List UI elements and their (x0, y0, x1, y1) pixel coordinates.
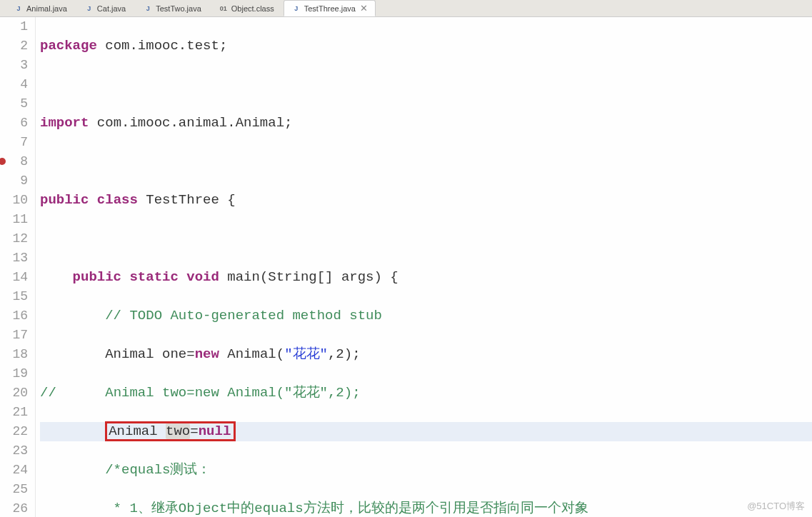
line-number: 5 (0, 94, 28, 114)
line-number: 20 (0, 383, 28, 403)
line-number: 23 (0, 441, 28, 461)
code-pane[interactable]: package com.imooc.test; import com.imooc… (36, 17, 812, 517)
java-file-icon: J (84, 4, 94, 14)
code-line: public class TestThree { (40, 191, 812, 210)
code-line: * 1、继承Object中的equals方法时，比较的是两个引用是否指向同一个对… (40, 499, 812, 517)
line-number: 15 (0, 287, 28, 306)
code-line (40, 75, 812, 94)
line-number: 12 (0, 229, 28, 249)
line-number: 14 (0, 268, 28, 287)
java-file-icon: J (291, 4, 301, 14)
line-number: 22 (0, 422, 28, 441)
line-number: 10 (0, 191, 28, 210)
tab-bar: JAnimal.java JCat.java JTestTwo.java 01O… (0, 0, 812, 17)
line-number: 24 (0, 461, 28, 480)
line-number: 17 (0, 326, 28, 345)
line-number: 9 (0, 171, 28, 191)
tab-object[interactable]: 01Object.class (211, 1, 282, 16)
line-number: 13 (0, 249, 28, 268)
close-icon[interactable]: ✕ (360, 3, 368, 14)
line-number: 2 (0, 36, 28, 56)
code-line: /*equals测试： (40, 461, 812, 480)
line-number: 1 (0, 17, 28, 36)
line-number: 25 (0, 480, 28, 499)
code-line: Animal one=new Animal("花花",2); (40, 345, 812, 364)
line-number: 4 (0, 75, 28, 94)
tab-testtwo[interactable]: JTestTwo.java (135, 1, 209, 16)
line-number: 26 (0, 499, 28, 517)
line-number-error: 8 (0, 152, 28, 171)
watermark: @51CTO博客 (747, 500, 805, 513)
code-line: package com.imooc.test; (40, 36, 812, 56)
line-number: 18 (0, 345, 28, 364)
java-file-icon: J (143, 4, 153, 14)
tab-cat[interactable]: JCat.java (76, 1, 134, 16)
line-number: 16 (0, 306, 28, 326)
tab-label: Animal.java (26, 4, 67, 13)
code-line: // Animal two=new Animal("花花",2); (40, 383, 812, 403)
line-number: 7 (0, 133, 28, 152)
line-number: 6 (0, 114, 28, 133)
tab-label: TestThree.java (304, 4, 356, 13)
tab-testthree[interactable]: JTestThree.java✕ (284, 0, 376, 16)
code-line (40, 229, 812, 249)
class-file-icon: 01 (219, 4, 229, 14)
line-number: 11 (0, 210, 28, 229)
tab-label: TestTwo.java (156, 4, 201, 13)
code-line: public static void main(String[] args) { (40, 268, 812, 287)
code-line-highlight: Animal two=null (40, 422, 812, 441)
code-line (40, 152, 812, 171)
tab-label: Object.class (231, 4, 274, 13)
red-highlight-box: Animal two=null (105, 421, 236, 441)
line-number: 19 (0, 364, 28, 383)
tab-label: Cat.java (97, 4, 126, 13)
code-editor[interactable]: 1 2 3 4 5 6 7 8 9 10 11 12 13 14 15 16 1… (0, 17, 812, 517)
code-line: // TODO Auto-generated method stub (40, 306, 812, 326)
line-number: 21 (0, 403, 28, 422)
line-number: 3 (0, 56, 28, 75)
java-file-icon: J (14, 4, 24, 14)
line-gutter: 1 2 3 4 5 6 7 8 9 10 11 12 13 14 15 16 1… (0, 17, 36, 517)
code-line: import com.imooc.animal.Animal; (40, 114, 812, 133)
tab-animal[interactable]: JAnimal.java (6, 1, 75, 16)
